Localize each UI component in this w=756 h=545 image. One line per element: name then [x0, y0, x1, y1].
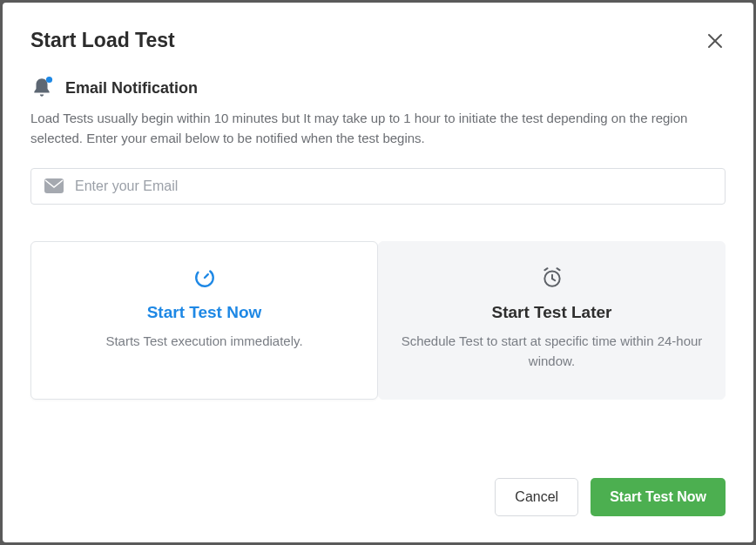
modal-header: Start Load Test	[30, 29, 726, 52]
email-input[interactable]	[75, 178, 712, 194]
close-icon	[707, 33, 723, 49]
start-now-title: Start Test Now	[52, 303, 356, 322]
start-test-now-button[interactable]: Start Test Now	[591, 478, 726, 516]
svg-line-8	[552, 279, 555, 280]
section-header: Email Notification	[30, 77, 726, 99]
speedometer-icon	[193, 266, 216, 289]
svg-line-5	[205, 274, 208, 278]
start-now-option[interactable]: Start Test Now Starts Test execution imm…	[30, 241, 378, 400]
section-description: Load Tests usually begin within 10 minut…	[30, 108, 726, 149]
svg-rect-3	[44, 178, 64, 193]
email-icon	[44, 178, 64, 195]
section-title: Email Notification	[65, 79, 198, 98]
alarm-clock-icon	[541, 266, 564, 289]
cancel-button[interactable]: Cancel	[495, 478, 578, 516]
svg-point-2	[46, 77, 52, 83]
start-options: Start Test Now Starts Test execution imm…	[30, 241, 726, 400]
email-input-container	[30, 168, 726, 205]
svg-line-9	[544, 268, 547, 270]
modal-footer: Cancel Start Test Now	[30, 478, 726, 516]
close-button[interactable]	[705, 30, 726, 51]
start-now-description: Starts Test execution immediately.	[52, 331, 356, 351]
modal-title: Start Load Test	[30, 29, 175, 52]
start-later-description: Schedule Test to start at specific time …	[400, 331, 704, 372]
bell-notification-icon	[30, 77, 53, 99]
svg-line-10	[557, 268, 559, 270]
start-later-title: Start Test Later	[400, 303, 704, 322]
start-later-option[interactable]: Start Test Later Schedule Test to start …	[378, 241, 726, 400]
start-load-test-modal: Start Load Test Email Notification Load …	[3, 3, 753, 542]
